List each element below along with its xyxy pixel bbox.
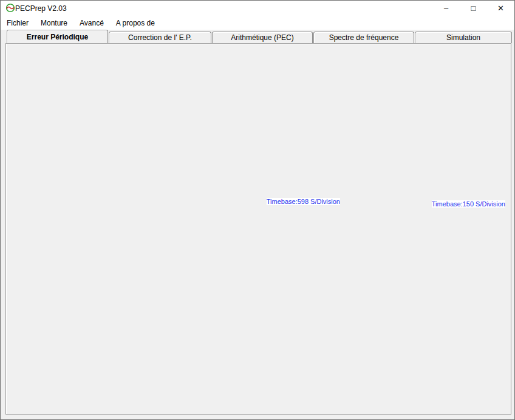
menubar: FichierMontureAvancéA propos de [1,16,514,30]
titlebar: PECPrep V2.03 – □ ✕ [1,1,514,16]
tab-page [5,43,511,415]
tab-1[interactable]: Erreur Périodique [7,30,108,43]
app-icon [5,3,15,13]
pecprep-window: PECPrep V2.03 – □ ✕ FichierMontureAvancé… [0,0,515,420]
tab-2[interactable]: Correction de l' E.P. [109,32,211,43]
left-timebase-label: Timebase:598 S/Division [267,198,340,205]
window-title: PECPrep V2.03 [15,4,67,13]
close-icon[interactable]: ✕ [487,1,514,16]
maximize-icon[interactable]: □ [460,1,487,16]
menu-item-1[interactable]: Fichier [1,17,35,29]
menu-item-3[interactable]: Avancé [73,17,110,29]
minimize-icon[interactable]: – [432,1,460,16]
right-timebase-label: Timebase:150 S/Division [432,200,505,208]
tab-3[interactable]: Arithmétique (PEC) [212,32,313,43]
tab-5[interactable]: Simulation [415,32,512,43]
tab-4[interactable]: Spectre de fréquence [313,32,414,43]
menu-item-2[interactable]: Monture [35,17,73,29]
menu-item-4[interactable]: A propos de [110,17,161,29]
